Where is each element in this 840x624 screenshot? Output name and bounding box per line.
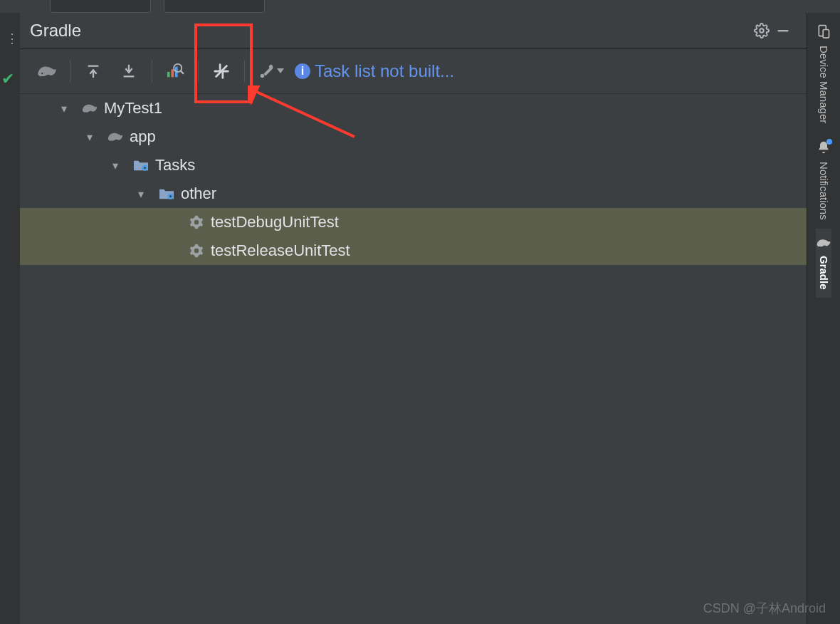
- gear-icon: [188, 215, 205, 229]
- svg-point-16: [261, 74, 265, 78]
- toolbar-separator: [198, 61, 199, 82]
- analyze-build-button[interactable]: [158, 57, 192, 85]
- toolbar-fragment-box: [50, 0, 151, 13]
- tree-node-module[interactable]: ▾ app: [20, 123, 807, 151]
- svg-rect-1: [778, 30, 789, 31]
- rail-label: Gradle: [818, 256, 830, 290]
- tree-node-label: testDebugUnitTest: [211, 213, 339, 232]
- status-check-icon: ✔: [1, 70, 14, 88]
- tree-node-label: app: [130, 128, 156, 146]
- gradle-toolbar: i Task list not built...: [20, 49, 807, 94]
- gradle-panel: Gradle: [20, 13, 807, 624]
- reorder-handle-icon[interactable]: ⋮: [6, 31, 20, 46]
- tree-node-label: other: [181, 184, 216, 203]
- elephant-icon: [81, 102, 98, 115]
- rail-label: Notifications: [818, 162, 830, 220]
- toolbar-separator: [70, 61, 70, 82]
- svg-rect-23: [823, 30, 829, 38]
- expand-all-button[interactable]: [76, 57, 110, 85]
- chevron-down-icon[interactable]: ▾: [112, 159, 127, 172]
- top-toolbar-fragment: [0, 0, 840, 14]
- tree-node-label: Tasks: [155, 156, 195, 175]
- panel-title-bar: Gradle: [20, 13, 807, 49]
- left-tool-gutter: ⋮ ✔: [0, 13, 21, 624]
- toolbar-separator: [152, 61, 152, 82]
- elephant-icon: [816, 237, 831, 249]
- toolbar-fragment-box: [164, 0, 265, 13]
- gradle-tab[interactable]: Gradle: [816, 229, 831, 298]
- svg-line-11: [180, 71, 184, 74]
- folder-gear-icon: [158, 187, 175, 201]
- minimize-button[interactable]: [775, 23, 797, 38]
- toolbar-separator: [244, 61, 245, 82]
- collapse-all-button[interactable]: [112, 57, 146, 85]
- settings-button[interactable]: [754, 23, 775, 38]
- build-tool-settings-button[interactable]: [251, 57, 290, 85]
- tree-node-other-group[interactable]: ▾ other: [20, 180, 807, 208]
- elephant-icon: [107, 130, 124, 143]
- svg-point-19: [144, 167, 146, 169]
- svg-point-21: [169, 195, 172, 197]
- chevron-down-icon[interactable]: ▾: [61, 102, 75, 115]
- svg-marker-17: [277, 68, 284, 73]
- devices-icon: [817, 24, 831, 38]
- bell-icon: [817, 140, 831, 155]
- tree-node-label: testReleaseUnitTest: [211, 241, 350, 260]
- tree-node-tasks-group[interactable]: ▾ Tasks: [20, 151, 807, 180]
- folder-gear-icon: [132, 158, 149, 172]
- svg-rect-7: [167, 72, 170, 77]
- svg-point-2: [41, 73, 43, 74]
- gradle-tree: ▾ MyTest1 ▾ app ▾ Tasks ▾: [20, 94, 807, 624]
- info-icon: i: [295, 63, 310, 79]
- tree-node-project[interactable]: ▾ MyTest1: [20, 94, 807, 123]
- svg-rect-8: [171, 69, 174, 77]
- tree-node-task[interactable]: testReleaseUnitTest: [20, 236, 807, 265]
- task-list-status-text: Task list not built...: [315, 61, 454, 81]
- chevron-down-icon[interactable]: ▾: [138, 187, 152, 201]
- toggle-offline-button[interactable]: [204, 57, 238, 85]
- gear-icon: [188, 244, 205, 258]
- rail-label: Device Manager: [818, 46, 830, 123]
- tree-node-label: MyTest1: [104, 99, 162, 118]
- device-manager-tab[interactable]: Device Manager: [817, 16, 831, 132]
- chevron-down-icon[interactable]: ▾: [87, 130, 101, 144]
- gradle-refresh-button[interactable]: [30, 57, 64, 85]
- right-tool-rail: Device Manager Notifications Gradle: [807, 13, 840, 624]
- notifications-tab[interactable]: Notifications: [817, 132, 831, 229]
- panel-title: Gradle: [30, 21, 754, 41]
- tree-node-task[interactable]: testDebugUnitTest: [20, 208, 807, 236]
- task-list-status-link[interactable]: i Task list not built...: [295, 61, 454, 81]
- svg-point-0: [760, 28, 764, 33]
